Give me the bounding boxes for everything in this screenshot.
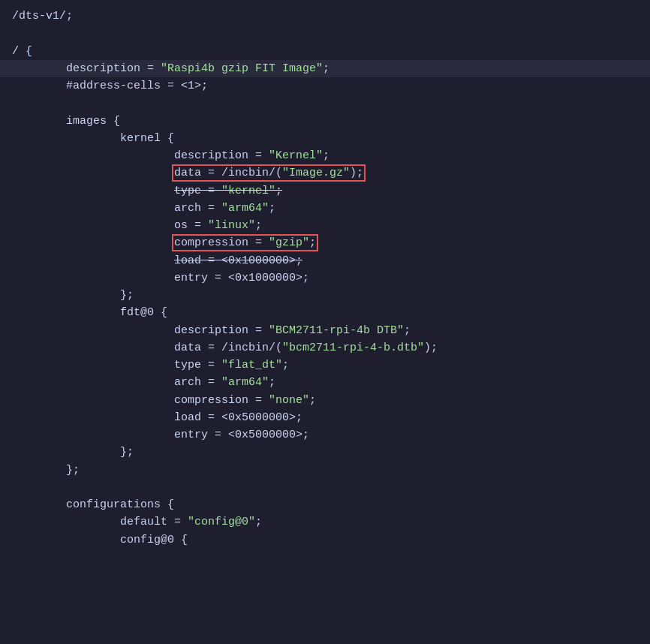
line-os-linux: os = "linux"; bbox=[0, 217, 650, 234]
line-description: description = "Raspi4b gzip FIT Image"; bbox=[0, 60, 650, 77]
line-fdt-data: data = /incbin/("bcm2711-rpi-4-b.dtb"); bbox=[0, 339, 650, 357]
line-dts: /dts-v1/; bbox=[0, 8, 650, 25]
line-fdt-arch: arch = "arm64"; bbox=[0, 374, 650, 391]
line-root-open: / { bbox=[0, 43, 650, 60]
data-redbox: data = /incbin/("Image.gz"); bbox=[174, 167, 363, 179]
line-kernel-close: }; bbox=[0, 287, 650, 304]
line-configs-open: configurations { bbox=[0, 496, 650, 513]
line-images-open: images { bbox=[0, 113, 650, 130]
line-blank3 bbox=[0, 479, 650, 496]
code-viewer: /dts-v1/; / { description = "Raspi4b gzi… bbox=[0, 0, 650, 644]
line-fdt-open: fdt@0 { bbox=[0, 304, 650, 321]
line-arch-arm64: arch = "arm64"; bbox=[0, 200, 650, 217]
line-kernel-desc: description = "Kernel"; bbox=[0, 147, 650, 164]
line-fdt-close: }; bbox=[0, 444, 650, 461]
line-data: data = /incbin/("Image.gz"); bbox=[0, 164, 650, 182]
line-address-cells: #address-cells = <1>; bbox=[0, 77, 650, 95]
line-default: default = "config@0"; bbox=[0, 513, 650, 531]
line-blank2 bbox=[0, 95, 650, 112]
line-fdt-load: load = <0x5000000>; bbox=[0, 409, 650, 426]
line-images-close: }; bbox=[0, 462, 650, 479]
line-blank1 bbox=[0, 25, 650, 42]
line-type-kernel: type = "kernel"; bbox=[0, 182, 650, 200]
line-kernel-open: kernel { bbox=[0, 130, 650, 147]
compression-redbox: compression = "gzip"; bbox=[174, 236, 316, 249]
line-load-1000000: load = <0x1000000>; bbox=[0, 252, 650, 269]
line-fdt-type: type = "flat_dt"; bbox=[0, 357, 650, 374]
line-compression-gzip: compression = "gzip"; bbox=[0, 234, 650, 251]
line-config0-open: config@0 { bbox=[0, 531, 650, 549]
line-fdt-desc: description = "BCM2711-rpi-4b DTB"; bbox=[0, 322, 650, 339]
line-fdt-entry: entry = <0x5000000>; bbox=[0, 426, 650, 444]
line-fdt-compression: compression = "none"; bbox=[0, 392, 650, 409]
line-entry-1000000: entry = <0x1000000>; bbox=[0, 269, 650, 287]
